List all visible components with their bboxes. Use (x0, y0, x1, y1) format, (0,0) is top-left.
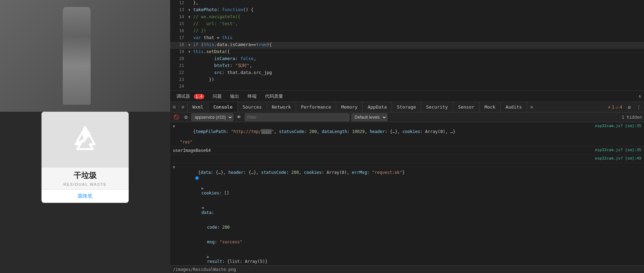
clear-console-button[interactable]: 🚫 (172, 114, 181, 120)
waste-classification-card: 干垃圾 RESIDUAL WASTE 圆珠笔 (41, 112, 129, 203)
console-footer: /images/ResidualWaste.png (170, 265, 644, 273)
hidden-count: 1 hidden (622, 115, 642, 120)
code-line-15: 15 // url: 'test', (170, 21, 644, 28)
console-toolbar: 🚫 ⊘ appservice (#10) 👁 Default levels 1 … (170, 112, 644, 122)
warning-number: 4 (620, 105, 622, 110)
tab-output[interactable]: 输出 (227, 92, 243, 101)
bottle-image (63, 7, 91, 105)
subtab-mock[interactable]: Mock (480, 102, 501, 112)
subtab-sensor[interactable]: Sensor (453, 102, 480, 112)
console-output[interactable]: ▶ {tempFilePath: "http://tmp/...", statu… (170, 122, 644, 265)
subtab-console[interactable]: Console (209, 102, 238, 112)
entry-4-data: ▼ data: (173, 200, 641, 220)
waste-icon-container (41, 112, 129, 168)
subtab-security[interactable]: Security (421, 102, 453, 112)
warning-icon: ⚠ (616, 105, 618, 110)
more-options-icon[interactable]: ⋮ (634, 104, 644, 110)
subtab-pause[interactable]: ⊘ (179, 102, 188, 112)
error-number: 1 (612, 105, 614, 110)
console-entry-2-text: userImageBase64 (173, 148, 211, 153)
console-entry-4: ▶ {data: {…}, header: {…}, statusCode: 2… (170, 163, 644, 265)
code-line-13: 13 ▼ takePhoto: function() { (170, 7, 644, 14)
expand-arrow-4[interactable]: ▶ (172, 166, 176, 169)
code-editor: 12 }, 13 ▼ takePhoto: function() { 14 ▼ … (170, 0, 644, 91)
code-line-16: 16 // }) (170, 28, 644, 35)
subtab-memory[interactable]: Memory (336, 102, 363, 112)
collapse-icon[interactable]: ∧ (638, 94, 641, 99)
blue-dot-indicator (195, 176, 199, 180)
entry-4-msg: msg: "success" (173, 235, 641, 249)
tab-code-quality[interactable]: 代码质量 (262, 92, 287, 101)
entry-4-code: code: 200 (173, 220, 641, 235)
error-icon: ✕ (608, 105, 611, 110)
console-entry-3: esp32cam.js? [sm]:49 (170, 155, 644, 163)
code-line-20: 20 isCamera: false, (170, 56, 644, 63)
waste-item-button[interactable]: 圆珠笔 (41, 189, 129, 203)
code-line-21: 21 btnTxt: "实时", (170, 63, 644, 70)
tab-terminal[interactable]: 终端 (244, 92, 260, 101)
source-2[interactable]: esp32cam.js? [sm]:35 (595, 148, 641, 152)
code-line-12: 12 }, (170, 0, 644, 7)
console-entry-4-text: {data: {…}, header: {…}, statusCode: 200… (173, 170, 405, 180)
code-line-18: 18 ▼ if (this.data.isCamera==true){ (170, 42, 644, 49)
debugger-badge: 1.4 (194, 94, 204, 99)
devtools-top-tabs: 调试器 1.4 问题 输出 终端 代码质量 ∧ (170, 91, 644, 102)
source-3[interactable]: esp32cam.js? [sm]:49 (595, 156, 641, 161)
devtools-subtabs: ⊡ ⊘ Wxml Console Sources Network Perform… (170, 102, 644, 112)
entry-4-result: ▶ result: {list: Array(5)} (173, 249, 641, 265)
recycling-triangle-icon (69, 124, 101, 155)
subtab-audits[interactable]: Audits (501, 102, 527, 112)
expand-arrow-1[interactable]: ▶ (172, 125, 176, 128)
console-filter-input[interactable] (245, 113, 349, 121)
tab-issues[interactable]: 问题 (209, 92, 225, 101)
waste-name: 干垃圾 (41, 168, 129, 182)
console-entry-1-text: {tempFilePath: "http://tmp/...", statusC… (173, 129, 455, 139)
console-entry-4-main: ▶ {data: {…}, header: {…}, statusCode: 2… (173, 164, 641, 180)
code-line-19: 19 ▼ this.setData({ (170, 49, 644, 56)
waste-subtitle: RESIDUAL WASTE (41, 182, 129, 189)
subtab-wxml[interactable]: Wxml (188, 102, 209, 112)
devtools-icons: ∧ (638, 94, 641, 99)
code-line-14: 14 ▼ // wx.navigateTo({ (170, 14, 644, 21)
log-levels-selector[interactable]: Default levels (351, 113, 387, 121)
devtools-panel: 12 }, 13 ▼ takePhoto: function() { 14 ▼ … (170, 0, 644, 273)
subtab-sources[interactable]: Sources (238, 102, 267, 112)
subtab-icon[interactable]: ⊡ (170, 102, 179, 112)
subtab-appdata[interactable]: AppData (363, 102, 392, 112)
eye-icon-button[interactable]: 👁 (235, 114, 243, 120)
code-line-23: 23 }) (170, 77, 644, 84)
error-count: ✕ 1 ⚠ 4 (605, 105, 625, 110)
source-1[interactable]: esp32cam.js? [sm]:35 (595, 124, 641, 128)
subtab-network[interactable]: Network (267, 102, 296, 112)
context-selector[interactable]: appservice (#10) (191, 113, 233, 121)
console-entry-2: userImageBase64 esp32cam.js? [sm]:35 (170, 146, 644, 155)
entry-4-cookies: ▶ cookies: [] (173, 180, 641, 200)
footer-path: /images/ResidualWaste.png (173, 267, 236, 272)
res-label: "res" (173, 140, 192, 145)
filter-toggle-button[interactable]: ⊘ (183, 114, 189, 120)
subtab-storage[interactable]: Storage (392, 102, 421, 112)
code-line-17: 17 var that = this (170, 35, 644, 42)
console-entry-1: ▶ {tempFilePath: "http://tmp/...", statu… (170, 122, 644, 146)
camera-preview (0, 0, 170, 112)
settings-icon[interactable]: ⚙ (625, 104, 634, 110)
code-line-22: 22 src: that.data.src_jpg (170, 70, 644, 77)
subtab-more-icon[interactable]: » (527, 104, 536, 110)
code-line-24: 24 (170, 84, 644, 91)
app-preview-panel: 干垃圾 RESIDUAL WASTE 圆珠笔 (0, 0, 170, 273)
tab-debugger[interactable]: 调试器 1.4 (173, 92, 208, 101)
subtab-performance[interactable]: Performance (296, 102, 336, 112)
